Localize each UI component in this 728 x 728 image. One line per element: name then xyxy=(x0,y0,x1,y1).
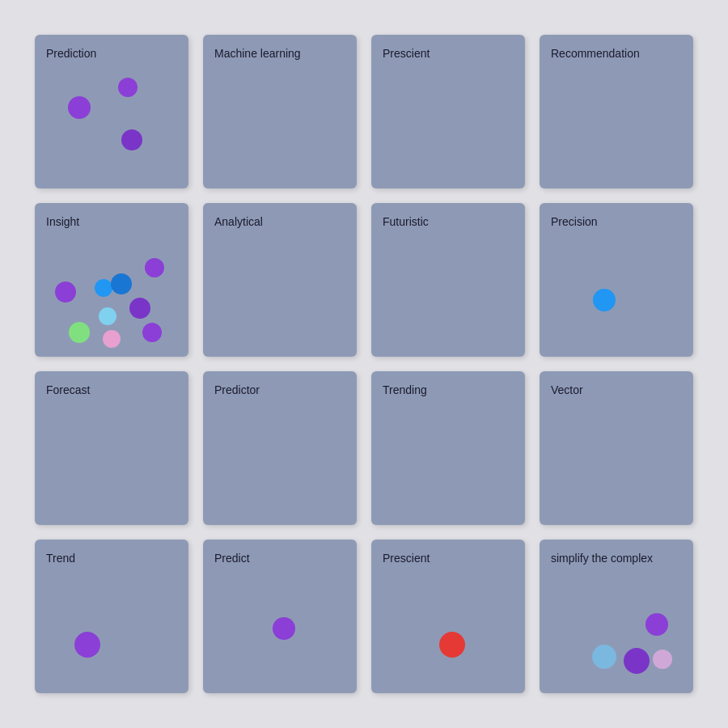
card-vector[interactable]: Vector xyxy=(540,371,693,525)
card-title-recommendation: Recommendation xyxy=(551,46,682,61)
dot-insight-1 xyxy=(95,279,112,297)
card-predictor[interactable]: Predictor xyxy=(203,371,357,525)
card-title-futuristic: Futuristic xyxy=(383,214,514,229)
card-predict[interactable]: Predict xyxy=(203,540,357,693)
card-title-trending: Trending xyxy=(383,383,514,397)
dot-simplify-3 xyxy=(653,650,672,669)
card-insight[interactable]: Insight xyxy=(35,203,188,357)
card-trending[interactable]: Trending xyxy=(371,371,525,525)
card-title-predictor: Predictor xyxy=(214,383,345,397)
card-title-predict: Predict xyxy=(214,551,345,565)
dot-insight-7 xyxy=(103,330,121,348)
card-simplify[interactable]: simplify the complex xyxy=(540,540,693,693)
dot-insight-0 xyxy=(55,281,76,303)
card-precision[interactable]: Precision xyxy=(540,203,693,357)
card-machine-learning[interactable]: Machine learning xyxy=(203,35,357,188)
card-title-prescient-2: Prescient xyxy=(383,551,514,565)
card-prescient-2[interactable]: Prescient xyxy=(371,540,525,693)
dot-simplify-2 xyxy=(624,648,650,674)
card-forecast[interactable]: Forecast xyxy=(35,371,188,525)
card-title-vector: Vector xyxy=(551,383,682,397)
dot-simplify-1 xyxy=(592,645,616,669)
dot-prescient-2-0 xyxy=(439,632,465,658)
card-title-prediction: Prediction xyxy=(46,46,177,61)
card-title-simplify: simplify the complex xyxy=(551,551,682,565)
dot-insight-3 xyxy=(145,258,164,277)
dot-predict-0 xyxy=(273,617,295,640)
card-title-prescient-1: Prescient xyxy=(383,46,514,61)
cards-grid: PredictionMachine learningPrescientRecom… xyxy=(11,11,717,717)
dot-insight-2 xyxy=(111,273,132,294)
card-recommendation[interactable]: Recommendation xyxy=(540,35,693,188)
dot-prediction-2 xyxy=(121,129,142,150)
card-futuristic[interactable]: Futuristic xyxy=(371,203,525,357)
card-title-trend: Trend xyxy=(46,551,177,565)
dot-insight-4 xyxy=(99,307,116,325)
dot-insight-8 xyxy=(142,323,162,342)
card-title-insight: Insight xyxy=(46,214,177,229)
dot-insight-6 xyxy=(69,322,90,343)
card-analytical[interactable]: Analytical xyxy=(203,203,357,357)
card-title-machine-learning: Machine learning xyxy=(214,46,345,61)
card-prediction[interactable]: Prediction xyxy=(35,35,188,188)
card-title-forecast: Forecast xyxy=(46,383,177,397)
card-trend[interactable]: Trend xyxy=(35,540,188,693)
card-prescient-1[interactable]: Prescient xyxy=(371,35,525,188)
dot-prediction-1 xyxy=(118,78,138,97)
dot-prediction-0 xyxy=(68,96,91,119)
dot-insight-5 xyxy=(129,298,150,319)
card-title-precision: Precision xyxy=(551,214,682,229)
card-title-analytical: Analytical xyxy=(214,214,345,229)
dot-precision-0 xyxy=(593,289,616,311)
dot-simplify-0 xyxy=(645,613,668,636)
dot-trend-0 xyxy=(74,632,100,658)
